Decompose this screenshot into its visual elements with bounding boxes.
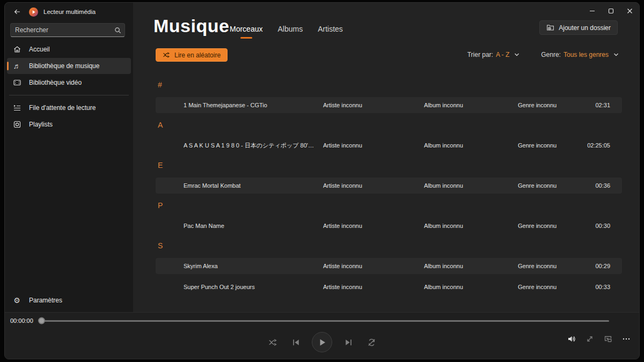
song-artist: Artiste inconnu	[323, 223, 424, 229]
more-dots-icon	[622, 335, 631, 343]
sidebar-divider	[9, 95, 129, 95]
genre-label: Genre:	[541, 51, 561, 58]
maximize-icon	[608, 8, 614, 14]
song-album: Album inconnu	[424, 102, 518, 108]
song-genre: Genre inconnu	[518, 284, 578, 290]
page-title: Musique	[153, 16, 229, 36]
search-box	[10, 23, 125, 37]
search-input[interactable]	[11, 26, 111, 34]
song-row[interactable]: Pac Man NameArtiste inconnuAlbum inconnu…	[156, 218, 622, 234]
elapsed-time: 00:00:00	[10, 317, 35, 324]
search-icon[interactable]	[111, 27, 125, 34]
app-title: Lecteur multimédia	[43, 9, 96, 15]
window-controls	[583, 3, 639, 19]
tab-albums[interactable]: Albums	[277, 25, 303, 39]
close-icon	[627, 8, 633, 14]
seek-thumb[interactable]	[38, 317, 45, 324]
chevron-down-icon	[613, 53, 619, 57]
play-icon	[318, 338, 326, 346]
song-row[interactable]: A S A K U S A 1 9 8 0 - 日本のシティポップ 80'S J…	[156, 137, 622, 153]
home-icon	[12, 45, 21, 54]
group-letter[interactable]: P	[158, 201, 622, 210]
sidebar-item-label: Paramètres	[29, 297, 62, 304]
chevron-down-icon	[514, 53, 519, 57]
sidebar-item-label: File d'attente de lecture	[29, 104, 96, 112]
video-library-icon	[12, 78, 21, 87]
fullscreen-button[interactable]	[583, 332, 596, 346]
shuffle-play-label: Lire en aléatoire	[174, 51, 221, 59]
song-album: Album inconnu	[424, 284, 518, 290]
song-title: Skyrim Alexa	[184, 263, 323, 269]
music-note-icon: ♬	[12, 62, 21, 71]
seek-row: 00:00:00	[10, 316, 609, 326]
mini-player-icon	[604, 335, 612, 343]
sidebar-item-label: Playlists	[29, 121, 53, 128]
song-album: Album inconnu	[424, 263, 518, 269]
seek-slider[interactable]	[39, 320, 609, 322]
song-row[interactable]: Super Punch Out 2 joueursArtiste inconnu…	[156, 279, 622, 295]
view-tabs: Morceaux Albums Artistes	[230, 25, 343, 39]
play-queue-icon	[12, 104, 21, 113]
add-folder-label: Ajouter un dossier	[559, 24, 611, 32]
sort-dropdown[interactable]: Trier par: A - Z	[467, 51, 520, 58]
song-title: A S A K U S A 1 9 8 0 - 日本のシティポップ 80'S J…	[184, 142, 323, 150]
folder-add-icon	[546, 24, 554, 32]
more-options-button[interactable]	[620, 332, 633, 346]
shuffle-play-button[interactable]: Lire en aléatoire	[156, 48, 228, 62]
play-button[interactable]	[312, 332, 332, 352]
gear-icon: ⚙	[12, 296, 21, 305]
tab-artistes[interactable]: Artistes	[318, 25, 343, 39]
sort-value: A - Z	[496, 51, 509, 58]
next-button[interactable]	[341, 335, 355, 349]
song-artist: Artiste inconnu	[323, 182, 424, 189]
song-artist: Artiste inconnu	[323, 142, 424, 149]
genre-value: Tous les genres	[564, 51, 609, 58]
sidebar-item-play-queue[interactable]: File d'attente de lecture	[7, 100, 131, 116]
group-letter[interactable]: A	[158, 121, 622, 129]
close-button[interactable]	[620, 3, 639, 19]
back-button[interactable]	[9, 5, 25, 19]
song-row[interactable]: Emrac Mortal KombatArtiste inconnuAlbum …	[156, 178, 622, 194]
player-right-controls	[565, 332, 633, 346]
transport-controls	[266, 332, 378, 352]
sidebar-item-playlists[interactable]: Playlists	[7, 116, 131, 132]
previous-button[interactable]	[289, 335, 303, 349]
main-content: Musique Morceaux Albums Artistes Ajouter…	[133, 3, 639, 313]
tab-morceaux[interactable]: Morceaux	[230, 25, 262, 39]
genre-dropdown[interactable]: Genre: Tous les genres	[541, 51, 619, 58]
minimize-icon	[589, 8, 595, 14]
player-bar: 00:00:00	[5, 312, 639, 359]
sidebar: Lecteur multimédia Accueil ♬ Bibliothèqu…	[5, 3, 133, 313]
sidebar-item-music-library[interactable]: ♬ Bibliothèque de musique	[7, 58, 131, 74]
previous-track-icon	[291, 338, 301, 347]
add-folder-button[interactable]: Ajouter un dossier	[539, 20, 618, 35]
sidebar-item-label: Bibliothèque de musique	[29, 62, 99, 70]
song-album: Album inconnu	[424, 142, 518, 149]
app-window: Lecteur multimédia Accueil ♬ Bibliothèqu…	[4, 2, 640, 359]
sidebar-item-video-library[interactable]: Bibliothèque vidéo	[7, 75, 131, 91]
song-title: Pac Man Name	[184, 223, 323, 229]
song-row[interactable]: 1 Main Themejapanese - CGTioArtiste inco…	[156, 97, 622, 113]
song-genre: Genre inconnu	[518, 102, 578, 108]
song-album: Album inconnu	[424, 182, 518, 189]
song-genre: Genre inconnu	[518, 223, 578, 229]
minimize-button[interactable]	[583, 3, 602, 19]
song-list: #1 Main Themejapanese - CGTioArtiste inc…	[156, 73, 622, 300]
sidebar-item-label: Bibliothèque vidéo	[29, 79, 82, 86]
song-duration: 00:33	[578, 284, 616, 290]
shuffle-toggle-button[interactable]	[266, 335, 280, 349]
volume-button[interactable]	[565, 332, 578, 346]
sidebar-item-label: Accueil	[29, 46, 50, 53]
song-artist: Artiste inconnu	[323, 284, 424, 290]
mini-player-button[interactable]	[602, 332, 614, 346]
maximize-button[interactable]	[602, 3, 620, 19]
sidebar-item-settings[interactable]: ⚙ Paramètres	[7, 292, 131, 308]
filters: Trier par: A - Z Genre: Tous les genres	[467, 51, 619, 58]
repeat-button[interactable]	[364, 335, 378, 349]
volume-icon	[567, 335, 576, 343]
song-row[interactable]: Skyrim AlexaArtiste inconnuAlbum inconnu…	[156, 258, 622, 274]
sidebar-item-home[interactable]: Accueil	[7, 41, 131, 57]
group-letter[interactable]: S	[158, 241, 622, 250]
group-letter[interactable]: #	[158, 80, 622, 89]
group-letter[interactable]: E	[158, 161, 622, 169]
